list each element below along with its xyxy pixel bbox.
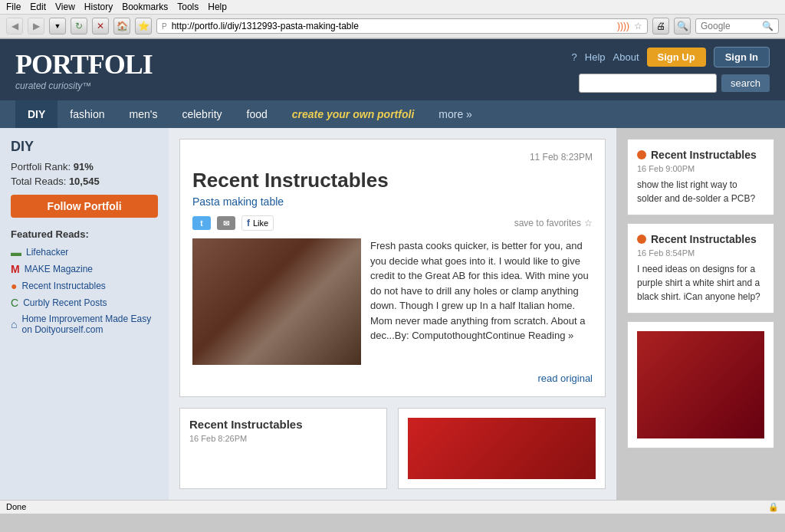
featured-make[interactable]: M MAKE Magazine: [11, 263, 158, 275]
site-search-button[interactable]: search: [721, 74, 770, 92]
facebook-like-button[interactable]: f Like: [241, 215, 274, 231]
right-card-2: Recent Instructables 16 Feb 8:54PM I nee…: [627, 223, 774, 314]
read-original-link[interactable]: read original: [192, 373, 593, 384]
email-share-button[interactable]: ✉: [217, 216, 235, 230]
menu-tools[interactable]: Tools: [177, 2, 199, 12]
home-button[interactable]: 🏠: [113, 18, 130, 34]
site-search-input[interactable]: [579, 74, 717, 93]
menu-view[interactable]: View: [55, 2, 75, 12]
forward-button[interactable]: ▶: [28, 18, 44, 34]
url-input[interactable]: [172, 21, 613, 31]
about-link[interactable]: About: [613, 51, 639, 63]
email-label: ✉: [223, 219, 229, 228]
search-engine-button[interactable]: 🔍: [674, 18, 691, 34]
article-image: [192, 238, 361, 365]
logo[interactable]: PORTFOLI: [15, 48, 153, 80]
nav-mens[interactable]: men's: [117, 100, 170, 128]
left-sidebar: DIY Portfoli Rank: 91% Total Reads: 10,5…: [0, 128, 169, 500]
bottom-card-1: Recent Instructables 16 Feb 8:26PM: [179, 408, 387, 489]
right-card-1: Recent Instructables 16 Feb 9:00PM show …: [627, 139, 774, 215]
right-card-1-text: show the list right way to solder and de…: [637, 178, 764, 205]
lifehacker-icon: ▬: [11, 246, 21, 258]
nav-celebrity[interactable]: celebrity: [169, 100, 234, 128]
help-link[interactable]: Help: [585, 51, 606, 63]
right-card-1-header: Recent Instructables: [637, 149, 764, 161]
main-layout: DIY Portfoli Rank: 91% Total Reads: 10,5…: [0, 128, 785, 500]
menu-bookmarks[interactable]: Bookmarks: [122, 2, 168, 12]
follow-button[interactable]: Follow Portfoli: [11, 195, 158, 218]
logo-area: PORTFOLI curated curiosity™: [15, 48, 153, 91]
fb-label: Like: [253, 218, 268, 228]
nav-create[interactable]: create your own portfoli: [280, 100, 426, 128]
diy-label: Home Improvement Made Easy on Doityourse…: [21, 314, 158, 335]
dropdown-button[interactable]: ▼: [49, 18, 66, 34]
article-body: Fresh pasta cooks quicker, is better for…: [192, 238, 593, 365]
nav-fashion[interactable]: fashion: [57, 100, 117, 128]
make-label: MAKE Magazine: [25, 264, 93, 274]
right-card-1-date: 16 Feb 9:00PM: [637, 164, 764, 173]
featured-label: Featured Reads:: [11, 228, 158, 240]
nav-more[interactable]: more »: [426, 100, 484, 128]
article-text: Fresh pasta cooks quicker, is better for…: [370, 238, 593, 365]
instructables-label: Recent Instructables: [21, 281, 105, 291]
right-card-3: [627, 321, 774, 448]
twitter-share-button[interactable]: t: [192, 216, 211, 230]
right-sidebar: Recent Instructables 16 Feb 9:00PM show …: [616, 128, 785, 500]
print-button[interactable]: 🖨: [652, 18, 669, 34]
site-header: PORTFOLI curated curiosity™ ? Help About…: [0, 39, 785, 100]
signin-button[interactable]: Sign In: [714, 47, 770, 67]
browser-search-icon[interactable]: 🔍: [762, 21, 774, 31]
back-button[interactable]: ◀: [6, 18, 23, 34]
bottom-card-date: 16 Feb 8:26PM: [189, 434, 377, 443]
bottom-card-title: Recent Instructables: [189, 418, 377, 431]
star-icon: ☆: [584, 218, 593, 228]
menu-help[interactable]: Help: [208, 2, 227, 12]
security-icon: 🔒: [768, 502, 779, 512]
header-right: ? Help About Sign Up Sign In search: [572, 47, 770, 93]
article-image-inner: [192, 238, 361, 365]
make-icon: M: [11, 263, 20, 275]
save-label: save to favorites: [514, 218, 581, 228]
stop-button[interactable]: ✕: [92, 18, 109, 34]
menu-file[interactable]: File: [6, 2, 21, 12]
featured-instructables[interactable]: ● Recent Instructables: [11, 280, 158, 292]
header-links: ? Help About Sign Up Sign In: [572, 47, 770, 67]
rank-value: 91%: [74, 161, 94, 172]
featured-curbly[interactable]: C Curbly Recent Posts: [11, 297, 158, 309]
right-card-1-title: Recent Instructables: [651, 149, 757, 161]
menu-edit[interactable]: Edit: [30, 2, 46, 12]
reads-value: 10,545: [69, 176, 100, 187]
signup-button[interactable]: Sign Up: [647, 48, 706, 67]
browser-chrome: File Edit View History Bookmarks Tools H…: [0, 0, 785, 39]
right-image: [637, 331, 764, 438]
article-subtitle-link[interactable]: Pasta making table: [192, 195, 284, 208]
bottom-cards: Recent Instructables 16 Feb 8:26PM: [179, 408, 606, 489]
curbly-label: Curbly Recent Posts: [23, 297, 107, 308]
bottom-card-2: [398, 408, 606, 489]
bookmark-star[interactable]: ☆: [634, 21, 642, 31]
featured-lifehacker[interactable]: ▬ Lifehacker: [11, 246, 158, 258]
orange-dot-2: [637, 235, 646, 244]
article-title: Recent Instructables: [192, 169, 593, 192]
address-bar: P )))) ☆: [156, 18, 648, 34]
browser-search-input[interactable]: [701, 21, 762, 31]
right-card-2-title: Recent Instructables: [651, 233, 757, 245]
bookmark-button[interactable]: ⭐: [135, 18, 152, 34]
bottom-card-image: [408, 418, 596, 479]
content-area: 11 Feb 8:23PM Recent Instructables Pasta…: [169, 128, 616, 500]
lifehacker-label: Lifehacker: [26, 247, 68, 258]
refresh-button[interactable]: ↻: [71, 18, 87, 34]
help-icon: ?: [572, 51, 577, 63]
nav-diy[interactable]: DIY: [15, 100, 57, 128]
toolbar: ◀ ▶ ▼ ↻ ✕ 🏠 ⭐ P )))) ☆ 🖨 🔍 🔍: [0, 15, 785, 38]
diy-icon: ⌂: [11, 318, 17, 330]
menu-history[interactable]: History: [84, 2, 113, 12]
rss-icon: )))): [617, 21, 629, 31]
browser-search-bar: 🔍: [695, 18, 779, 34]
article-actions: t ✉ f Like save to favorites ☆: [192, 215, 593, 231]
nav-food[interactable]: food: [235, 100, 280, 128]
right-card-2-date: 16 Feb 8:54PM: [637, 248, 764, 258]
featured-diy[interactable]: ⌂ Home Improvement Made Easy on Doityour…: [11, 314, 158, 335]
save-favorites-button[interactable]: save to favorites ☆: [514, 218, 593, 228]
rank-label: Portfoli Rank:: [11, 161, 71, 172]
